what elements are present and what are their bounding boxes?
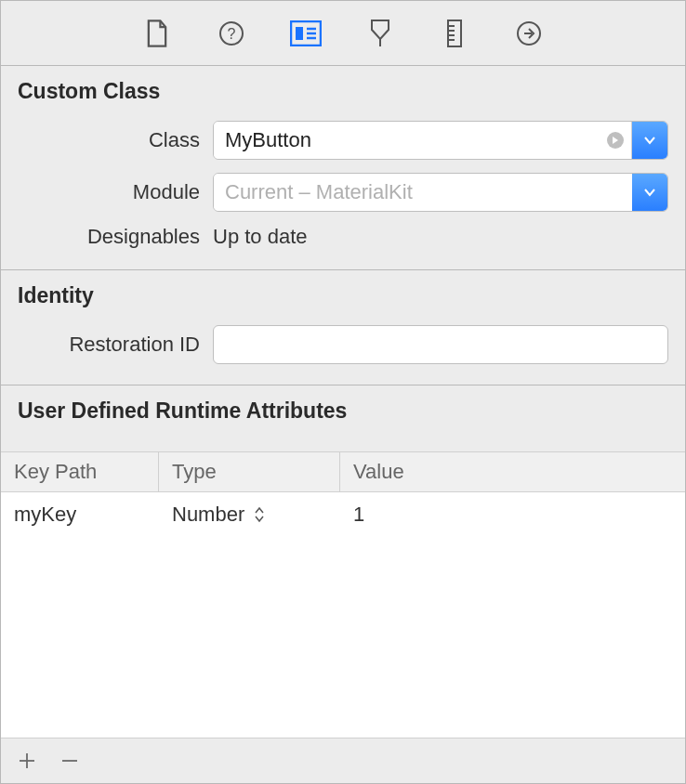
class-combo[interactable] (213, 121, 668, 160)
class-input[interactable] (214, 122, 599, 159)
svg-text:?: ? (228, 26, 236, 42)
restoration-label: Restoration ID (18, 333, 213, 357)
circle-arrow-icon[interactable] (599, 122, 632, 159)
runtime-attributes-table: Key Path Type Value myKey Number (1, 451, 685, 783)
identity-section: Identity Restoration ID (1, 270, 685, 385)
module-row: Module (18, 173, 668, 212)
attr-type-value: Number (172, 503, 244, 527)
add-button[interactable] (14, 748, 40, 774)
identity-title: Identity (18, 283, 668, 308)
size-tab-icon[interactable] (438, 17, 471, 50)
module-dropdown-button[interactable] (632, 174, 667, 211)
stepper-icon[interactable] (254, 506, 265, 523)
attr-type-cell[interactable]: Number (159, 503, 340, 527)
svg-rect-3 (296, 27, 303, 40)
attributes-tab-icon[interactable] (363, 17, 397, 50)
table-header-row: Key Path Type Value (1, 451, 685, 492)
class-row: Class (18, 121, 668, 160)
class-label: Class (18, 128, 213, 152)
table-row[interactable]: myKey Number 1 (1, 492, 685, 537)
designables-label: Designables (18, 225, 213, 249)
inspector-toolbar: ? (1, 1, 685, 66)
table-footer (1, 738, 685, 783)
attr-key-cell[interactable]: myKey (1, 503, 159, 527)
remove-button[interactable] (57, 748, 83, 774)
runtime-attributes-title: User Defined Runtime Attributes (18, 399, 668, 424)
svg-rect-8 (448, 20, 461, 46)
col-header-type[interactable]: Type (159, 452, 340, 491)
attr-value-cell[interactable]: 1 (340, 503, 685, 527)
file-tab-icon[interactable] (140, 17, 174, 50)
designables-value: Up to date (213, 225, 308, 249)
module-label: Module (18, 180, 213, 204)
table-body: myKey Number 1 (1, 492, 685, 738)
module-combo[interactable] (213, 173, 668, 212)
col-header-value[interactable]: Value (340, 452, 685, 491)
custom-class-section: Custom Class Class Module (1, 66, 685, 270)
runtime-attributes-section: User Defined Runtime Attributes Key Path… (1, 385, 685, 783)
identity-tab-icon[interactable] (289, 17, 323, 50)
col-header-key[interactable]: Key Path (1, 452, 159, 491)
inspector-panel: ? Custom Class Class (0, 0, 686, 784)
svg-rect-2 (291, 21, 321, 46)
restoration-row: Restoration ID (18, 325, 668, 364)
connections-tab-icon[interactable] (512, 17, 546, 50)
designables-row: Designables Up to date (18, 225, 668, 249)
help-tab-icon[interactable]: ? (215, 17, 248, 50)
custom-class-title: Custom Class (18, 79, 668, 104)
class-dropdown-button[interactable] (632, 122, 667, 159)
restoration-input[interactable] (213, 325, 668, 364)
module-input[interactable] (214, 174, 632, 211)
